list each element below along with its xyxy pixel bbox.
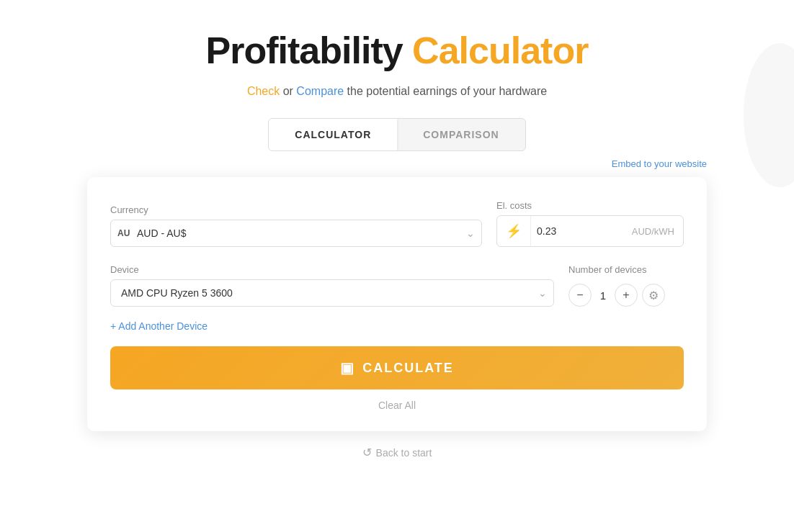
tab-calculator[interactable]: CALCULATOR — [269, 119, 397, 150]
subtitle-compare-link[interactable]: Compare — [296, 85, 344, 97]
el-costs-input[interactable] — [531, 218, 589, 244]
back-to-start-link[interactable]: ↺ Back to start — [362, 446, 432, 459]
qty-value: 1 — [596, 289, 610, 302]
title-orange: Calculator — [412, 30, 588, 71]
currency-group: Currency AU AUD - AU$ USD - US$ EUR - € … — [110, 204, 482, 247]
embed-link[interactable]: Embed to your website — [612, 158, 707, 169]
title-black: Profitability — [206, 30, 403, 71]
subtitle-check-link[interactable]: Check — [247, 85, 280, 97]
calculate-label: CALCULATE — [362, 361, 454, 376]
plus-icon: + — [623, 289, 629, 302]
add-device-link[interactable]: + Add Another Device — [110, 320, 208, 332]
currency-elcosts-row: Currency AU AUD - AU$ USD - US$ EUR - € … — [110, 200, 684, 247]
el-costs-input-wrapper: ⚡ AUD/kWH — [496, 215, 684, 247]
subtitle: Check or Compare the potential earnings … — [247, 85, 547, 98]
el-costs-group: El. costs ⚡ AUD/kWH — [496, 200, 684, 247]
subtitle-text: the potential earnings of your hardware — [344, 85, 547, 97]
currency-label: Currency — [110, 204, 482, 215]
back-icon: ↺ — [362, 446, 372, 459]
main-card: Currency AU AUD - AU$ USD - US$ EUR - € … — [87, 177, 707, 431]
tabs-container: CALCULATOR COMPARISON — [268, 118, 525, 151]
num-devices-label: Number of devices — [568, 264, 684, 275]
decrease-qty-button[interactable]: − — [568, 284, 592, 307]
tab-comparison[interactable]: COMPARISON — [397, 119, 525, 150]
page-title: Profitability Calculator — [206, 29, 589, 72]
embed-link-row: Embed to your website — [87, 157, 707, 170]
currency-select-wrapper: AU AUD - AU$ USD - US$ EUR - € ⌄ — [110, 220, 482, 247]
settings-icon: ⚙ — [648, 289, 659, 302]
calculator-icon: ▣ — [340, 359, 355, 377]
device-label: Device — [110, 264, 554, 275]
num-devices-group: Number of devices − 1 + ⚙ — [568, 264, 684, 307]
device-select[interactable]: AMD CPU Ryzen 5 3600 AMD CPU Ryzen 7 370… — [110, 279, 554, 307]
device-row: Device AMD CPU Ryzen 5 3600 AMD CPU Ryze… — [110, 264, 684, 307]
clear-all-link[interactable]: Clear All — [110, 400, 684, 411]
el-costs-unit: AUD/kWH — [629, 219, 683, 244]
device-select-wrapper: AMD CPU Ryzen 5 3600 AMD CPU Ryzen 7 370… — [110, 279, 554, 307]
decorative-circle — [744, 43, 794, 187]
lightning-icon: ⚡ — [497, 216, 531, 246]
minus-icon: − — [576, 289, 583, 302]
back-label: Back to start — [376, 447, 432, 459]
increase-qty-button[interactable]: + — [615, 284, 638, 307]
subtitle-or: or — [280, 85, 296, 97]
calculate-button[interactable]: ▣ CALCULATE — [110, 346, 684, 389]
el-costs-label: El. costs — [496, 200, 684, 211]
num-devices-controls: − 1 + ⚙ — [568, 284, 684, 307]
device-group: Device AMD CPU Ryzen 5 3600 AMD CPU Ryze… — [110, 264, 554, 307]
device-settings-button[interactable]: ⚙ — [642, 284, 665, 307]
currency-select[interactable]: AUD - AU$ USD - US$ EUR - € — [110, 220, 482, 247]
